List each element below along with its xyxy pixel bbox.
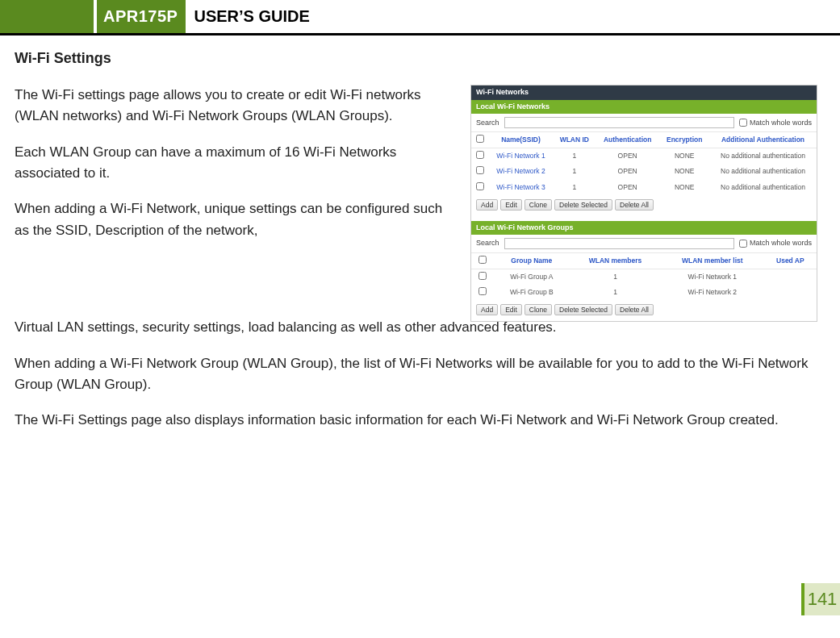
table-row[interactable]: Wi-Fi Network 1 1 OPEN NONE No additiona…: [471, 148, 817, 165]
cell-wlanid: 1: [554, 164, 596, 179]
row-checkbox[interactable]: [476, 166, 484, 174]
networks-table: Name(SSID) WLAN ID Authentication Encryp…: [471, 131, 817, 194]
cell-encr: NONE: [659, 180, 709, 195]
section-title: Wi-Fi Settings: [15, 50, 817, 67]
table-row[interactable]: Wi-Fi Group A 1 Wi-Fi Network 1: [471, 269, 817, 286]
product-name: APR175P: [97, 0, 186, 33]
match-whole-words[interactable]: Match whole words: [739, 239, 812, 248]
cell-addl: No additional authentication: [709, 148, 817, 165]
cell-group-name: Wi-Fi Group A: [494, 269, 570, 286]
page-body: Wi-Fi Settings The Wi-Fi settings page a…: [0, 35, 840, 432]
local-groups-banner: Local Wi-Fi Network Groups: [471, 221, 817, 236]
clone-button[interactable]: Clone: [524, 199, 552, 211]
cell-used-ap: [764, 285, 817, 300]
col-wlan-member-list[interactable]: WLAN member list: [661, 253, 764, 269]
paragraph: The Wi-Fi Settings page also displays in…: [15, 410, 817, 431]
cell-addl: No additional authentication: [709, 164, 817, 179]
cell-name[interactable]: Wi-Fi Network 1: [488, 148, 554, 165]
cell-auth: OPEN: [596, 180, 659, 195]
col-encr[interactable]: Encryption: [659, 132, 709, 148]
page-number: 141: [801, 583, 840, 615]
match-whole-words-label: Match whole words: [750, 239, 812, 248]
paragraph: When adding a Wi-Fi Network Group (WLAN …: [15, 353, 817, 396]
cell-auth: OPEN: [596, 148, 659, 165]
table-row[interactable]: Wi-Fi Network 2 1 OPEN NONE No additiona…: [471, 164, 817, 179]
add-button[interactable]: Add: [476, 304, 498, 315]
groups-search-input[interactable]: [504, 238, 734, 249]
row-checkbox[interactable]: [476, 182, 484, 190]
cell-member-list: Wi-Fi Network 2: [661, 285, 764, 300]
cell-group-name: Wi-Fi Group B: [494, 285, 570, 300]
delete-selected-button[interactable]: Delete Selected: [554, 304, 612, 315]
groups-select-all[interactable]: [479, 256, 487, 264]
col-group-name[interactable]: Group Name: [494, 253, 570, 269]
cell-encr: NONE: [659, 148, 709, 165]
add-button[interactable]: Add: [476, 199, 498, 211]
paragraph: Each WLAN Group can have a maximum of 16…: [15, 142, 453, 185]
page-header: APR175P USER’S GUIDE: [0, 0, 840, 35]
match-whole-words-checkbox[interactable]: [739, 119, 747, 127]
cell-auth: OPEN: [596, 164, 659, 179]
groups-table: Group Name WLAN members WLAN member list…: [471, 252, 817, 300]
search-label: Search: [476, 119, 499, 128]
panel-title-bar: Wi-Fi Networks: [471, 85, 817, 100]
networks-actions: Add Edit Clone Delete Selected Delete Al…: [471, 195, 817, 216]
header-left-decor: [0, 0, 97, 33]
networks-select-all[interactable]: [476, 135, 484, 143]
clone-button[interactable]: Clone: [524, 304, 552, 315]
cell-addl: No additional authentication: [709, 180, 817, 195]
networks-search-input[interactable]: [504, 117, 734, 128]
table-row[interactable]: Wi-Fi Network 3 1 OPEN NONE No additiona…: [471, 180, 817, 195]
cell-encr: NONE: [659, 164, 709, 179]
col-addl[interactable]: Additional Authentication: [709, 132, 817, 148]
cell-members: 1: [570, 285, 661, 300]
search-label: Search: [476, 239, 499, 248]
document-title: USER’S GUIDE: [186, 0, 309, 33]
row-checkbox[interactable]: [479, 287, 487, 295]
delete-all-button[interactable]: Delete All: [615, 199, 654, 211]
networks-search-row: Search Match whole words: [471, 114, 817, 131]
delete-selected-button[interactable]: Delete Selected: [554, 199, 612, 211]
match-whole-words-checkbox[interactable]: [739, 240, 747, 248]
edit-button[interactable]: Edit: [500, 199, 522, 211]
embedded-screenshot: Wi-Fi Networks Local Wi-Fi Networks Sear…: [470, 85, 817, 322]
body-text: The Wi-Fi settings page allows you to cr…: [15, 85, 453, 322]
row-checkbox[interactable]: [479, 272, 487, 280]
paragraph: The Wi-Fi settings page allows you to cr…: [15, 85, 453, 127]
match-whole-words-label: Match whole words: [750, 119, 812, 128]
col-wlanid[interactable]: WLAN ID: [554, 132, 596, 148]
cell-wlanid: 1: [554, 148, 596, 165]
paragraph: When adding a Wi-Fi Network, unique sett…: [15, 198, 453, 241]
delete-all-button[interactable]: Delete All: [615, 304, 654, 315]
table-row[interactable]: Wi-Fi Group B 1 Wi-Fi Network 2: [471, 285, 817, 300]
cell-name[interactable]: Wi-Fi Network 3: [488, 180, 554, 195]
match-whole-words[interactable]: Match whole words: [739, 119, 812, 128]
cell-member-list: Wi-Fi Network 1: [661, 269, 764, 286]
cell-used-ap: [764, 269, 817, 286]
col-wlan-members[interactable]: WLAN members: [570, 253, 661, 269]
row-checkbox[interactable]: [476, 151, 484, 159]
cell-wlanid: 1: [554, 180, 596, 195]
col-auth[interactable]: Authentication: [596, 132, 659, 148]
groups-search-row: Search Match whole words: [471, 235, 817, 252]
col-name[interactable]: Name(SSID): [488, 132, 554, 148]
col-used-ap[interactable]: Used AP: [764, 253, 817, 269]
cell-name[interactable]: Wi-Fi Network 2: [488, 164, 554, 179]
local-networks-banner: Local Wi-Fi Networks: [471, 100, 817, 115]
edit-button[interactable]: Edit: [500, 304, 522, 315]
cell-members: 1: [570, 269, 661, 286]
